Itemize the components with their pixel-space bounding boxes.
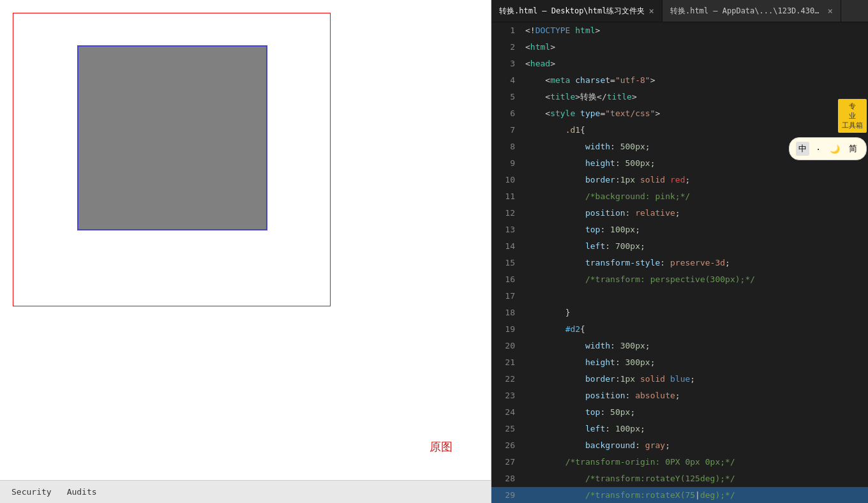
preview-area: 原图 [0, 0, 491, 480]
code-line-3[interactable]: 3<head> [491, 56, 868, 72]
line-content-11: /*background: pink;*/ [520, 188, 868, 205]
line-content-7: .d1{ [520, 122, 868, 139]
line-content-4: <meta charset="utf-8"> [520, 72, 868, 89]
line-content-14: left: 700px; [520, 238, 868, 255]
line-content-15: transform-style: preserve-3d; [520, 255, 868, 271]
code-line-25[interactable]: 25 left: 100px; [491, 421, 868, 437]
translate-controls: 中 · 🌙 简 [789, 137, 867, 160]
code-line-17[interactable]: 17 [491, 288, 868, 304]
code-line-23[interactable]: 23 position: absolute; [491, 387, 868, 404]
code-editor[interactable]: 1<!DOCTYPE html>2<html>3<head>4 <meta ch… [491, 22, 868, 503]
line-number-5: 5 [491, 89, 520, 105]
line-number-13: 13 [491, 221, 520, 238]
line-content-6: <style type="text/css"> [520, 105, 868, 122]
inner-box [77, 45, 267, 230]
line-number-21: 21 [491, 354, 520, 371]
line-content-13: top: 100px; [520, 221, 868, 238]
line-content-1: <!DOCTYPE html> [520, 22, 868, 39]
line-number-14: 14 [491, 238, 520, 255]
line-content-16: /*transform: perspective(300px);*/ [520, 271, 868, 288]
line-content-17 [520, 288, 868, 304]
code-line-27[interactable]: 27 /*transform-origin: 0PX 0px 0px;*/ [491, 454, 868, 470]
code-line-5[interactable]: 5 <title>转换</title> [491, 89, 868, 105]
line-content-10: border:1px solid red; [520, 172, 868, 188]
line-content-23: position: absolute; [520, 387, 868, 404]
line-content-25: left: 100px; [520, 421, 868, 437]
line-number-11: 11 [491, 188, 520, 205]
line-content-29: /*transform:rotateX(75|deg);*/ [520, 487, 868, 503]
line-content-21: height: 300px; [520, 354, 868, 371]
code-line-21[interactable]: 21 height: 300px; [491, 354, 868, 371]
code-line-29[interactable]: 29 /*transform:rotateX(75|deg);*/ [491, 487, 868, 503]
line-number-7: 7 [491, 122, 520, 139]
right-panel: 转换.html — Desktop\html练习文件夹 × 转换.html — … [491, 0, 868, 503]
code-line-26[interactable]: 26 background: gray; [491, 437, 868, 454]
left-panel: 原图 Security Audits [0, 0, 491, 503]
line-number-15: 15 [491, 255, 520, 271]
editor-tab-1-close[interactable]: × [649, 6, 654, 16]
line-number-16: 16 [491, 271, 520, 288]
editor-tab-1[interactable]: 转换.html — Desktop\html练习文件夹 × [491, 0, 662, 22]
code-line-28[interactable]: 28 /*transform:rotateY(125deg);*/ [491, 470, 868, 487]
outer-box [13, 13, 331, 306]
floating-toolbar: 专业工具箱 [838, 99, 867, 133]
editor-tab-2-name: 转换.html — AppData\...\123D.430.460 [670, 6, 824, 17]
code-line-11[interactable]: 11 /*background: pink;*/ [491, 188, 868, 205]
line-number-1: 1 [491, 22, 520, 39]
line-content-26: background: gray; [520, 437, 868, 454]
editor-tab-1-name: 转换.html — Desktop\html练习文件夹 [499, 6, 645, 17]
code-line-12[interactable]: 12 position: relative; [491, 205, 868, 221]
line-number-3: 3 [491, 56, 520, 72]
tab-security[interactable]: Security [5, 484, 58, 499]
code-line-2[interactable]: 2<html> [491, 39, 868, 56]
line-content-12: position: relative; [520, 205, 868, 221]
code-line-18[interactable]: 18 } [491, 304, 868, 321]
editor-tab-2-close[interactable]: × [828, 6, 833, 16]
line-content-27: /*transform-origin: 0PX 0px 0px;*/ [520, 454, 868, 470]
line-number-28: 28 [491, 470, 520, 487]
line-number-27: 27 [491, 454, 520, 470]
code-lines: 1<!DOCTYPE html>2<html>3<head>4 <meta ch… [491, 22, 868, 503]
bottom-tabs: Security Audits [0, 480, 491, 503]
line-number-23: 23 [491, 387, 520, 404]
line-content-2: <html> [520, 39, 868, 56]
code-line-6[interactable]: 6 <style type="text/css"> [491, 105, 868, 122]
code-line-15[interactable]: 15 transform-style: preserve-3d; [491, 255, 868, 271]
original-label: 原图 [430, 439, 453, 454]
line-content-24: top: 50px; [520, 404, 868, 421]
tc-simplified[interactable]: 简 [846, 142, 860, 156]
tc-dot: · [813, 143, 823, 155]
line-number-20: 20 [491, 338, 520, 354]
line-number-10: 10 [491, 172, 520, 188]
line-content-18: } [520, 304, 868, 321]
code-line-10[interactable]: 10 border:1px solid red; [491, 172, 868, 188]
line-content-3: <head> [520, 56, 868, 72]
code-line-4[interactable]: 4 <meta charset="utf-8"> [491, 72, 868, 89]
code-line-1[interactable]: 1<!DOCTYPE html> [491, 22, 868, 39]
line-number-18: 18 [491, 304, 520, 321]
line-number-24: 24 [491, 404, 520, 421]
line-content-19: #d2{ [520, 321, 868, 338]
tab-audits[interactable]: Audits [61, 484, 103, 499]
editor-tab-2[interactable]: 转换.html — AppData\...\123D.430.460 × [662, 0, 841, 22]
line-content-28: /*transform:rotateY(125deg);*/ [520, 470, 868, 487]
code-line-22[interactable]: 22 border:1px solid blue; [491, 371, 868, 387]
code-line-7[interactable]: 7 .d1{ [491, 122, 868, 139]
toolbar-translate-btn[interactable]: 专业工具箱 [838, 99, 867, 133]
line-content-5: <title>转换</title> [520, 89, 868, 105]
line-number-17: 17 [491, 288, 520, 304]
line-number-8: 8 [491, 139, 520, 155]
editor-tabs: 转换.html — Desktop\html练习文件夹 × 转换.html — … [491, 0, 868, 22]
tc-chinese[interactable]: 中 [796, 142, 809, 156]
code-line-20[interactable]: 20 width: 300px; [491, 338, 868, 354]
code-line-14[interactable]: 14 left: 700px; [491, 238, 868, 255]
line-number-19: 19 [491, 321, 520, 338]
code-line-19[interactable]: 19 #d2{ [491, 321, 868, 338]
line-number-6: 6 [491, 105, 520, 122]
code-line-24[interactable]: 24 top: 50px; [491, 404, 868, 421]
code-line-16[interactable]: 16 /*transform: perspective(300px);*/ [491, 271, 868, 288]
tc-moon[interactable]: 🌙 [827, 143, 842, 155]
line-number-2: 2 [491, 39, 520, 56]
code-line-13[interactable]: 13 top: 100px; [491, 221, 868, 238]
line-content-20: width: 300px; [520, 338, 868, 354]
